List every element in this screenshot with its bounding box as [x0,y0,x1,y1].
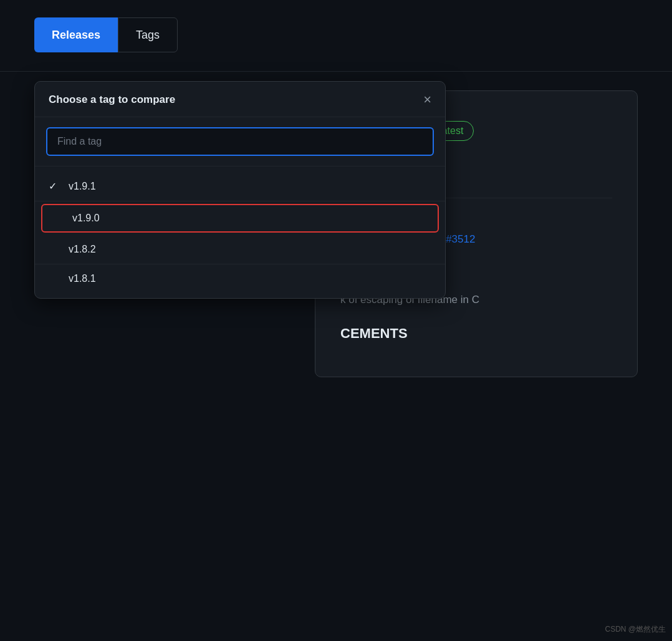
tab-releases[interactable]: Releases [34,17,118,52]
tabs-container: Releases Tags [0,0,672,52]
dropdown-title: Choose a tag to compare [49,94,175,106]
check-icon-v191: ✓ [49,180,60,192]
tag-list: ✓ v1.9.1 v1.9.0 v1.8.2 v1.8.1 [35,166,445,298]
tag-item-label-v182: v1.8.2 [69,244,96,255]
tab-tags[interactable]: Tags [118,17,178,52]
dropdown-header: Choose a tag to compare × [35,82,445,117]
watermark: CSDN @燃然优生 [605,624,666,635]
tag-item-v190[interactable]: v1.9.0 [41,204,439,233]
section3-title: CEMENTS [340,325,612,342]
search-input[interactable] [46,127,434,156]
close-button[interactable]: × [423,93,431,107]
dropdown-panel: Choose a tag to compare × ✓ v1.9.1 v1.9.… [34,81,446,299]
tag-item-v191[interactable]: ✓ v1.9.1 [35,171,445,201]
tag-item-label-v181: v1.8.1 [69,273,96,284]
tag-item-label-v191: v1.9.1 [69,181,96,192]
pr-link[interactable]: #3512 [446,233,475,245]
search-container [35,117,445,166]
tag-item-v181[interactable]: v1.8.1 [35,264,445,293]
tag-item-label-v190: v1.9.0 [72,213,100,224]
tag-item-v182[interactable]: v1.8.2 [35,235,445,264]
divider [0,71,672,72]
